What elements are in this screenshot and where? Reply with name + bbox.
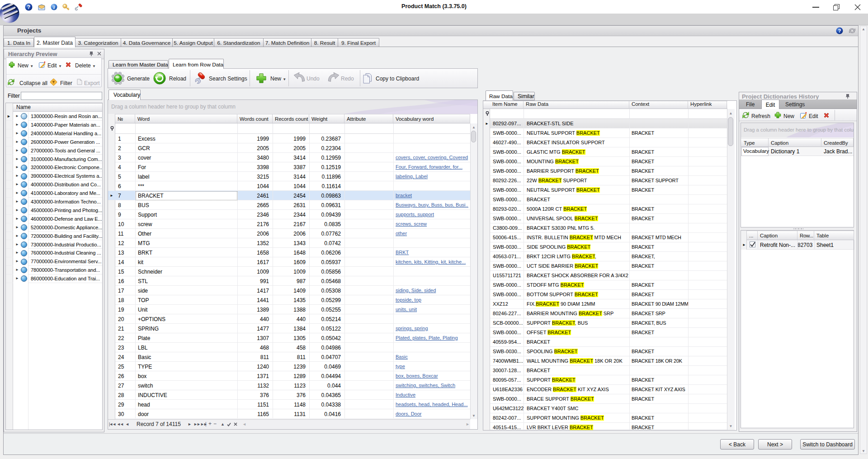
svg-text:?: ? xyxy=(838,28,841,33)
svg-text:?: ? xyxy=(27,4,30,10)
